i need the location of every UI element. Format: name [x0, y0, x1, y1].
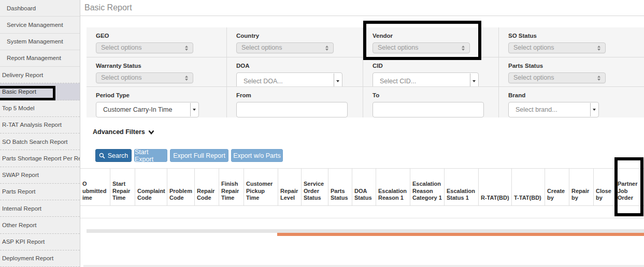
country-multiselect[interactable]: Select options	[236, 42, 334, 53]
chevron-down-icon	[190, 103, 198, 116]
sidebar-item-so-batch-search-report[interactable]: SO Batch Search Report	[0, 134, 80, 150]
chevron-down-icon	[334, 73, 341, 86]
col-complaint-code: Complaint Code	[135, 169, 167, 205]
caret-updown-icon	[325, 46, 329, 51]
main-content: Basic Report GEO Select options Country …	[80, 0, 644, 267]
brand-label: Brand	[508, 92, 635, 98]
sidebar-item-report-management[interactable]: Report Management	[0, 50, 80, 67]
caret-updown-icon	[597, 46, 601, 51]
sidebar-item-label: R-TAT Analysis Report	[2, 122, 62, 128]
col-close-by: Close by	[594, 169, 616, 205]
to-input[interactable]	[373, 102, 484, 117]
period-type-select-value: Customer Carry-In Time	[103, 106, 172, 113]
cid-label: CID	[373, 63, 489, 69]
col-finish-repair-time: Finish Repair Time	[219, 169, 244, 205]
brand-select[interactable]: Select brand...	[508, 102, 599, 117]
filter-cell-from: From	[227, 87, 363, 117]
export-full-report-button[interactable]: Export Full Report	[170, 149, 228, 162]
annotation-box-vendor	[363, 21, 481, 60]
col-r-tat-bd: R-TAT(BD)	[479, 169, 512, 205]
so-status-label: SO Status	[508, 33, 635, 39]
so-status-multiselect[interactable]: Select options	[508, 42, 606, 53]
sidebar-item-system-management[interactable]: System Management	[0, 34, 80, 50]
parts-status-label: Parts Status	[508, 63, 635, 69]
so-status-multiselect-value: Select options	[513, 44, 554, 51]
col-parts-status: Parts Status	[328, 169, 352, 205]
doa-select[interactable]: Select DOA...	[236, 72, 342, 86]
sidebar-item-rtat-analysis-report[interactable]: R-TAT Analysis Report	[0, 117, 80, 134]
col-so-submitted-time: O ubmitted ime	[80, 169, 110, 205]
export-full-report-label: Export Full Report	[173, 152, 225, 159]
sidebar-item-swap-report[interactable]: SWAP Report	[0, 167, 80, 184]
col-service-order-status: Service Order Status	[302, 169, 328, 205]
chevron-down-icon	[148, 130, 154, 135]
page-title: Basic Report	[84, 3, 132, 12]
chevron-down-icon	[470, 73, 478, 86]
sidebar-item-deployment-report[interactable]: Deployment Report	[0, 250, 80, 267]
filter-cell-warranty-status: Warranty Status Select options	[87, 57, 226, 86]
sidebar-item-top-5-model[interactable]: Top 5 Model	[0, 100, 80, 117]
search-button[interactable]: Search	[95, 149, 132, 162]
warranty-status-label: Warranty Status	[96, 63, 217, 69]
caret-updown-icon	[185, 76, 189, 81]
country-multiselect-value: Select options	[241, 44, 282, 51]
col-repair-code: Repair Code	[195, 169, 219, 205]
sidebar-item-other-report[interactable]: Other Report	[0, 217, 80, 233]
start-export-label: Start Export	[135, 149, 167, 163]
advanced-filters-toggle[interactable]: Advanced Filters	[93, 128, 154, 136]
parts-status-multiselect-value: Select options	[513, 74, 554, 81]
col-repair-level: Repair Level	[278, 169, 302, 205]
col-t-tat-bd: T-TAT(BD)	[512, 169, 545, 205]
caret-updown-icon	[597, 76, 601, 81]
doa-select-value: Select DOA...	[244, 78, 283, 85]
empty-table-row	[80, 206, 644, 218]
filter-cell-to: To	[363, 87, 498, 117]
search-button-label: Search	[108, 152, 128, 159]
sidebar-item-asp-kpi-report[interactable]: ASP KPI Report	[0, 234, 80, 250]
col-problem-code: Problem Code	[167, 169, 195, 205]
sidebar-item-parts-shortage-report[interactable]: Parts Shortage Report Per Repa	[0, 150, 80, 167]
filter-cell-country: Country Select options	[227, 27, 363, 57]
sidebar-item-label: Parts Report	[2, 188, 36, 195]
sidebar-item-parts-report[interactable]: Parts Report	[0, 184, 80, 200]
sidebar-item-dashboard[interactable]: Dashboard	[0, 0, 80, 17]
sidebar-item-label: Delivery Report	[2, 72, 43, 78]
doa-label: DOA	[236, 63, 353, 69]
filter-cell-period-type: Period Type Customer Carry-In Time	[87, 87, 226, 117]
sidebar-item-delivery-report[interactable]: Delivery Report	[0, 67, 80, 83]
col-escalation-reason-1: Escalation Reason 1	[376, 169, 410, 205]
from-input[interactable]	[236, 102, 348, 117]
cid-select[interactable]: Select CID...	[373, 72, 479, 86]
filter-cell-geo: GEO Select options	[87, 27, 226, 57]
start-export-button[interactable]: Start Export	[134, 149, 167, 162]
period-type-select[interactable]: Customer Carry-In Time	[96, 102, 199, 117]
cid-select-value: Select CID...	[380, 78, 416, 85]
col-customer-pickup-time: Customer Pickup Time	[244, 169, 278, 205]
warranty-status-multiselect[interactable]: Select options	[96, 72, 193, 83]
filter-cell-brand: Brand Select brand...	[499, 87, 644, 117]
sidebar-item-label: Other Report	[2, 222, 36, 228]
title-divider	[80, 16, 644, 16]
caret-updown-icon	[185, 46, 189, 51]
export-wo-parts-label: Export w/o Parts	[233, 152, 281, 159]
sidebar-item-service-management[interactable]: Service Management	[0, 17, 80, 33]
sidebar-item-internal-report[interactable]: Internal Report	[0, 200, 80, 217]
filter-cell-so-status: SO Status Select options	[499, 27, 644, 57]
sidebar-item-label: System Management	[7, 38, 63, 44]
orange-progress-bar	[277, 233, 644, 236]
report-table-header: O ubmitted ime Start Repair Time Complai…	[80, 168, 644, 206]
sidebar-item-label: Deployment Report	[2, 255, 53, 261]
search-icon	[99, 153, 105, 159]
col-repair-by: Repair by	[569, 169, 594, 205]
from-label: From	[236, 92, 353, 98]
export-wo-parts-button[interactable]: Export w/o Parts	[231, 149, 283, 162]
geo-multiselect[interactable]: Select options	[96, 42, 193, 53]
geo-label: GEO	[96, 33, 217, 39]
sidebar-item-label: Internal Report	[2, 205, 41, 212]
col-doa-status: DOA Status	[352, 169, 376, 205]
country-label: Country	[236, 33, 353, 39]
parts-status-multiselect[interactable]: Select options	[508, 72, 606, 83]
horizontal-scrollbar[interactable]	[87, 229, 644, 233]
annotation-box-partner-job-order	[614, 157, 643, 216]
sidebar: Dashboard Service Management System Mana…	[0, 0, 80, 267]
